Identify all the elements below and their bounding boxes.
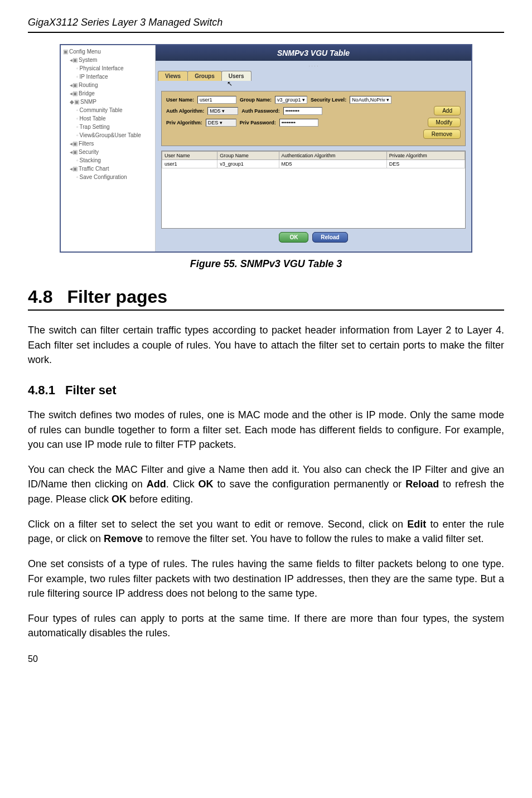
intro-paragraph: The switch can filter certain traffic ty… <box>28 323 504 367</box>
ok-button[interactable]: OK <box>279 232 308 243</box>
file-icon: ▫ <box>76 157 79 163</box>
body-paragraph: Four types of rules can apply to ports a… <box>28 611 504 641</box>
tree-community-table[interactable]: ▫Community Table <box>63 106 153 114</box>
main-panel: SNMPv3 VGU Table · · · · Views Groups Us… <box>156 45 471 252</box>
users-table: User Name Group Name Authentication Algo… <box>162 151 465 168</box>
group-name-select[interactable]: v3_group1 ▾ <box>275 96 307 104</box>
file-icon: ▫ <box>76 65 79 71</box>
tree-ip-interface[interactable]: ▫IP Interface <box>63 72 153 81</box>
subsection-number: 4.8.1 <box>28 383 55 398</box>
tree-filters[interactable]: ◂▣Filters <box>63 139 153 148</box>
tree-security[interactable]: ◂▣Security <box>63 148 153 156</box>
body-paragraph: You can check the MAC Filter and give a … <box>28 462 504 507</box>
tree-physical-interface[interactable]: ▫Physical Interface <box>63 64 153 72</box>
tab-users[interactable]: Users <box>221 71 252 81</box>
action-buttons: OK Reload <box>161 229 466 246</box>
tree-stacking[interactable]: ▫Stacking <box>63 156 153 165</box>
tab-bar: Views Groups Users <box>158 71 471 81</box>
body-paragraph: Click on a filter set to select the set … <box>28 517 504 546</box>
cursor-icon: ↖ <box>227 80 233 88</box>
auth-algorithm-label: Auth Algorithm: <box>166 108 204 114</box>
th-group-name[interactable]: Group Name <box>217 152 279 160</box>
th-user-name[interactable]: User Name <box>162 152 217 160</box>
security-level-select[interactable]: NoAuth,NoPriv ▾ <box>350 96 391 104</box>
group-name-label: Group Name: <box>240 97 272 103</box>
ok-bold-2: OK <box>112 494 127 505</box>
table-row[interactable]: user1 v3_group1 MD5 DES <box>162 160 465 168</box>
priv-algorithm-label: Priv Algorithm: <box>166 120 202 125</box>
figure-caption: Figure 55. SNMPv3 VGU Table 3 <box>28 258 504 270</box>
tree-root[interactable]: ▣Config Menu <box>63 47 153 56</box>
reload-button[interactable]: Reload <box>312 232 347 243</box>
body-paragraph: One set consists of a type of rules. The… <box>28 557 504 601</box>
section-number: 4.8 <box>28 287 52 307</box>
priv-password-label: Priv Password: <box>240 120 276 125</box>
priv-password-input[interactable]: •••••••• <box>279 119 318 127</box>
tab-views[interactable]: Views <box>158 71 188 81</box>
panel-title: SNMPv3 VGU Table <box>156 45 471 61</box>
security-level-label: Security Level: <box>311 97 346 103</box>
file-icon: ▫ <box>76 174 79 180</box>
remove-bold: Remove <box>104 533 143 544</box>
th-auth-alg[interactable]: Authentication Algorithm <box>279 152 386 160</box>
embedded-app-screenshot: ▣Config Menu ◂▣System ▫Physical Interfac… <box>60 44 472 253</box>
user-form-panel: User Name: user1 Group Name: v3_group1 ▾… <box>161 91 466 146</box>
section-heading: 4.8Filter pages <box>28 287 504 311</box>
file-icon: ▫ <box>76 124 79 130</box>
add-bold: Add <box>147 478 166 490</box>
section-title-text: Filter pages <box>67 287 167 307</box>
user-name-label: User Name: <box>166 97 194 103</box>
config-tree: ▣Config Menu ◂▣System ▫Physical Interfac… <box>61 45 156 252</box>
cell-priv-alg: DES <box>386 160 465 168</box>
subsection-title-text: Filter set <box>65 383 117 397</box>
file-icon: ▫ <box>76 107 79 113</box>
users-table-panel: User Name Group Name Authentication Algo… <box>161 151 466 229</box>
tree-system[interactable]: ◂▣System <box>63 56 153 64</box>
remove-button[interactable]: Remove <box>423 129 461 139</box>
folder-icon: ◂▣ <box>70 149 78 155</box>
folder-icon: ◂▣ <box>70 90 78 96</box>
file-icon: ▫ <box>76 132 79 138</box>
edit-bold: Edit <box>407 519 426 530</box>
cell-auth-alg: MD5 <box>279 160 386 168</box>
tab-groups[interactable]: Groups <box>187 71 222 81</box>
folder-icon: ◂▣ <box>70 166 78 172</box>
cell-group-name: v3_group1 <box>217 160 279 168</box>
document-header: GigaX3112 Series Layer 3 Managed Switch <box>28 17 504 33</box>
reload-bold: Reload <box>405 478 439 490</box>
tree-snmp[interactable]: ◆▣SNMP <box>63 98 153 106</box>
add-button[interactable]: Add <box>434 106 461 115</box>
folder-icon: ◂▣ <box>70 141 78 147</box>
folder-icon: ◂▣ <box>70 82 78 88</box>
auth-password-label: Auth Password: <box>241 108 280 114</box>
ok-bold: OK <box>199 478 214 490</box>
file-icon: ▫ <box>76 74 79 80</box>
page-number: 50 <box>28 654 504 664</box>
th-priv-alg[interactable]: Private Algorithm <box>386 152 465 160</box>
cell-user-name: user1 <box>162 160 217 168</box>
tree-host-table[interactable]: ▫Host Table <box>63 114 153 123</box>
breadcrumb-dots: · · · · <box>156 61 471 71</box>
tree-routing[interactable]: ◂▣Routing <box>63 81 153 89</box>
tree-save-config[interactable]: ▫Save Configuration <box>63 173 153 181</box>
folder-icon: ▣ <box>63 49 68 55</box>
tree-bridge[interactable]: ◂▣Bridge <box>63 89 153 98</box>
tree-vgu-table[interactable]: ▫View&Group&User Table <box>63 131 153 139</box>
folder-icon: ◂▣ <box>70 57 78 63</box>
tree-trap-setting[interactable]: ▫Trap Setting <box>63 123 153 131</box>
priv-algorithm-select[interactable]: DES ▾ <box>206 119 236 127</box>
subsection-heading: 4.8.1Filter set <box>28 383 504 398</box>
tree-traffic-chart[interactable]: ◂▣Traffic Chart <box>63 165 153 173</box>
folder-icon: ◆▣ <box>70 99 79 105</box>
file-icon: ▫ <box>76 115 79 122</box>
auth-algorithm-select[interactable]: MD5 ▾ <box>207 107 238 115</box>
user-name-input[interactable]: user1 <box>197 96 236 104</box>
modify-button[interactable]: Modify <box>428 118 461 127</box>
body-paragraph: The switch defines two modes of rules, o… <box>28 408 504 452</box>
auth-password-input[interactable]: •••••••• <box>283 107 322 115</box>
